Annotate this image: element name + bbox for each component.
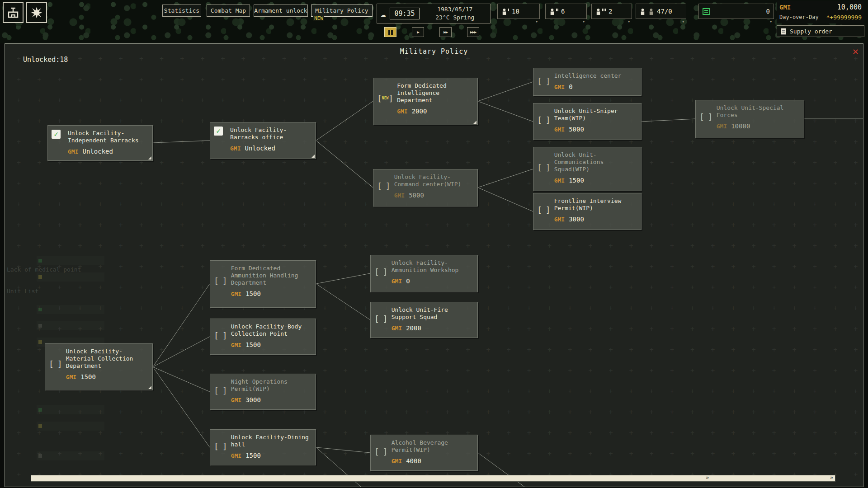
checked-icon: ✓ [52, 130, 61, 139]
manpower-reserve-icon [648, 8, 654, 15]
policy-node-night-operations[interactable]: [] Night Operations Permit(WIP) GMI3000 [210, 374, 316, 410]
counter-manpower[interactable]: 47/0 [636, 4, 686, 19]
date-display: 1983/05/17 [424, 5, 486, 14]
tab-armament-unlock[interactable]: Armament unlock [254, 5, 308, 17]
headquarters-icon [6, 6, 20, 19]
counter-infantry-tier2[interactable]: 6 [545, 4, 587, 19]
checkbox-empty-icon: [] [537, 151, 551, 184]
policy-node-command-center[interactable]: [] Unlock Facility-Command center(WIP) G… [373, 169, 478, 206]
node-title: Unlock Unit-Communications Squad(WIP) [554, 151, 633, 173]
new-checkbox-icon: [NEW] [377, 82, 393, 115]
top-bar: Statistics Combat Map Armament unlock Mi… [0, 0, 868, 43]
pause-icon [388, 30, 390, 35]
corner-marker-icon [148, 386, 151, 389]
combat-view-button[interactable] [26, 2, 47, 23]
node-title: Frontline Interview Permit(WIP) [554, 197, 633, 212]
node-cost: GMI1500 [554, 177, 637, 184]
close-icon[interactable]: ✕ [853, 46, 859, 57]
tab-combat-map[interactable]: Combat Map [207, 5, 250, 17]
policy-node-barracks-office[interactable]: ✓ Unlock Facility-Barracks office GMIUnl… [210, 122, 316, 159]
checkbox-empty-icon: [] [374, 259, 388, 285]
node-cost: GMI0 [554, 83, 637, 90]
checkbox-empty-icon: [] [537, 197, 551, 223]
document-icon [781, 28, 786, 35]
policy-node-intelligence-department[interactable]: [NEW] Form Dedicated Intelligence Depart… [373, 78, 478, 125]
checkbox-empty-icon: [] [49, 348, 62, 380]
infantry-tier3-icon [595, 8, 606, 15]
scroll-right-end-icon[interactable]: » [830, 474, 833, 481]
policy-node-ammunition-handling[interactable]: [] Form Dedicated Ammunition Handling De… [210, 260, 316, 308]
checkbox-empty-icon: [] [214, 323, 227, 348]
gmi-label: GMI [779, 4, 791, 11]
pause-button[interactable] [384, 27, 396, 37]
policy-node-material-collection[interactable]: [] Unlock Facility-Material Collection D… [45, 343, 153, 390]
node-title: Unlock Unit-Sniper Team(WIP) [554, 108, 633, 122]
node-title: Unlock Facility-Body Collection Point [231, 323, 310, 338]
play-button[interactable]: ▶ [412, 27, 424, 37]
node-title: Unlock Unit-Fire Support Squad [392, 306, 470, 321]
policy-node-alcohol-beverage[interactable]: [] Alcohol Beverage Permit(WIP) GMI4000 [370, 435, 478, 471]
node-cost: GMI1500 [231, 452, 312, 459]
checkbox-empty-icon: [] [377, 174, 391, 199]
fast-forward-button[interactable]: ▶▶ [439, 27, 452, 37]
new-badge: NEW [313, 16, 324, 21]
counter-supply-tasks[interactable]: 0 [698, 4, 774, 19]
fastest-forward-button[interactable]: ▶▶▶ [467, 27, 479, 37]
counter-infantry-tier1[interactable]: 18 [497, 4, 540, 19]
counter-value: 2 [609, 8, 628, 15]
checkbox-empty-icon: [] [537, 72, 551, 90]
supply-board-icon [703, 8, 710, 15]
policy-node-sniper-team[interactable]: [] Unlock Unit-Sniper Team(WIP) GMI5000 [533, 103, 642, 140]
node-title: Alcohol Beverage Permit(WIP) [392, 439, 470, 454]
tab-military-policy[interactable]: Military Policy NEW [311, 5, 373, 17]
node-cost: GMI2000 [397, 108, 476, 115]
corner-marker-icon [311, 155, 315, 158]
supply-order-label: Supply order [790, 28, 832, 35]
corner-marker-icon [148, 156, 151, 160]
infantry-tier2-icon [549, 8, 558, 15]
checkbox-empty-icon: [] [214, 378, 227, 404]
policy-node-body-collection[interactable]: [] Unlock Facility-Body Collection Point… [210, 319, 316, 355]
corner-marker-icon [473, 121, 476, 124]
policy-node-frontline-interview[interactable]: [] Frontline Interview Permit(WIP) GMI30… [533, 193, 642, 230]
time-display: 09:35 [390, 8, 419, 19]
unlocked-count: Unlocked:18 [23, 56, 68, 64]
playback-controls: ▶ ▶▶ ▶▶▶ [384, 27, 479, 37]
policy-node-independent-barracks[interactable]: ✓ Unlock Facility-Independent Barracks G… [47, 125, 153, 161]
policy-node-intelligence-center[interactable]: [] Intelligence center GMI0 [533, 68, 642, 96]
node-cost: GMI3000 [231, 396, 312, 404]
checkbox-empty-icon: [] [374, 439, 388, 465]
checkbox-empty-icon: [] [537, 108, 551, 133]
policy-node-communications-squad[interactable]: [] Unlock Unit-Communications Squad(WIP)… [533, 147, 642, 191]
node-cost: GMI1500 [231, 341, 312, 348]
node-title: Intelligence center [554, 72, 633, 80]
tab-statistics[interactable]: Statistics [162, 5, 201, 17]
node-title: Unlock Facility-Command center(WIP) [394, 174, 473, 188]
base-view-button[interactable] [3, 2, 24, 23]
node-cost: GMI1500 [66, 373, 149, 380]
policy-node-special-forces[interactable]: [] Unlock Unit-Special Forces GMI10000 [695, 100, 804, 138]
game-screen: Statistics Combat Map Armament unlock Mi… [0, 0, 868, 488]
node-cost: GMI1500 [231, 290, 312, 297]
node-title: Unlock Facility-Dining hall [231, 434, 310, 448]
node-cost: GMI5000 [394, 192, 474, 199]
node-title: Unlock Unit-Special Forces [717, 104, 795, 119]
horizontal-scrollbar[interactable]: » » [31, 475, 835, 482]
supply-order-button[interactable]: Supply order [777, 25, 864, 37]
counter-infantry-tier3[interactable]: 2 [591, 4, 632, 19]
node-title: Unlock Facility-Material Collection Depa… [66, 348, 145, 370]
policy-node-ammunition-workshop[interactable]: [] Unlock Facility-Ammunition Workshop G… [370, 255, 478, 292]
policy-node-fire-support-squad[interactable]: [] Unlock Unit-Fire Support Squad GMI200… [370, 302, 478, 338]
node-cost: GMI2000 [392, 324, 474, 332]
infantry-tier1-icon [501, 8, 509, 15]
checkbox-empty-icon: [] [214, 434, 227, 459]
counter-value: 0 [713, 8, 770, 15]
node-cost: GMI10000 [717, 122, 800, 130]
checked-icon: ✓ [214, 127, 223, 136]
combat-event-icon [30, 6, 43, 19]
policy-node-dining-hall[interactable]: [] Unlock Facility-Dining hall GMI1500 [210, 429, 316, 465]
manpower-ready-icon [640, 8, 646, 15]
node-cost: GMI4000 [392, 457, 474, 465]
gmi-amount: 10,000 [837, 3, 862, 11]
scroll-right-icon[interactable]: » [706, 474, 709, 481]
